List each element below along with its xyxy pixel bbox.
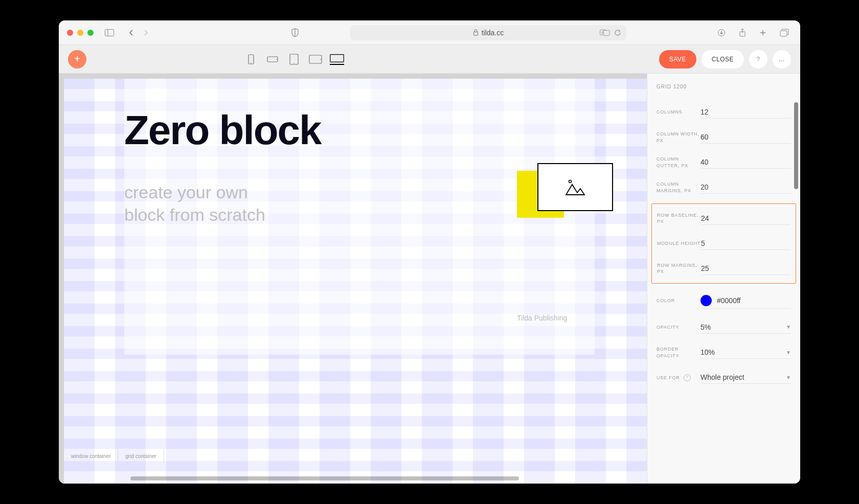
panel-title: GRID 1200 — [657, 84, 791, 89]
translate-icon[interactable]: A — [600, 29, 610, 36]
svg-text:A: A — [601, 31, 604, 34]
columns-label: Columns — [657, 109, 700, 116]
use-for-select[interactable]: Whole project ▼ — [700, 371, 791, 384]
chevron-down-icon: ▼ — [786, 350, 791, 355]
shield-icon — [291, 28, 299, 37]
chevron-down-icon: ▼ — [786, 375, 791, 380]
device-phone-landscape-button[interactable] — [265, 54, 280, 65]
back-button[interactable] — [125, 27, 138, 38]
highlighted-rows: Row Baseline, px 24 Module Height 5 Row … — [651, 203, 796, 284]
image-icon — [565, 178, 585, 196]
column-gutter-input[interactable]: 40 — [700, 156, 791, 169]
svg-rect-9 — [780, 31, 787, 36]
shield-button[interactable] — [288, 26, 302, 39]
columns-row: Columns 12 — [657, 100, 791, 125]
share-icon — [739, 28, 746, 37]
columns-input[interactable]: 12 — [700, 106, 791, 119]
svg-point-11 — [251, 62, 252, 63]
vertical-scrollbar[interactable] — [794, 102, 798, 189]
border-opacity-label: Border Opacity — [657, 346, 700, 359]
downloads-button[interactable] — [714, 26, 729, 39]
sidebar-icon — [105, 29, 114, 36]
reload-icon[interactable] — [614, 29, 621, 36]
svg-rect-18 — [330, 54, 344, 62]
traffic-lights — [67, 30, 94, 36]
more-button[interactable]: ... — [773, 50, 791, 68]
border-opacity-value: 10% — [700, 348, 715, 356]
row-margins-input[interactable]: 25 — [701, 262, 790, 275]
credit-text[interactable]: Tilda Publishing — [517, 314, 567, 322]
phone-icon — [248, 54, 254, 64]
tabs-button[interactable] — [777, 26, 792, 39]
use-for-label: Use for ? — [657, 374, 700, 381]
canvas-footer: window container grid container — [64, 449, 164, 463]
add-block-button[interactable]: + — [68, 50, 86, 68]
address-bar[interactable]: tilda.cc A — [350, 25, 626, 40]
help-icon[interactable]: ? — [684, 374, 691, 381]
sidebar-toggle-button[interactable] — [102, 27, 117, 38]
image-placeholder[interactable] — [537, 163, 613, 211]
color-input[interactable]: #0000ff — [700, 293, 791, 309]
forward-button[interactable] — [140, 27, 152, 38]
canvas-area[interactable]: Zero block create your own block from sc… — [59, 74, 647, 484]
row-baseline-row: Row Baseline, px 24 — [657, 206, 790, 231]
grid-container-tab[interactable]: grid container — [118, 449, 164, 463]
chevron-down-icon: ▼ — [786, 324, 791, 330]
chevron-left-icon — [128, 29, 134, 36]
horizontal-scrollbar[interactable] — [130, 476, 519, 480]
column-width-row: Column Width, px 60 — [657, 125, 791, 150]
save-button[interactable]: SAVE — [659, 50, 696, 68]
column-margins-input[interactable]: 20 — [700, 181, 791, 194]
row-baseline-input[interactable]: 24 — [701, 212, 790, 225]
lock-icon — [473, 29, 479, 36]
browser-window: tilda.cc A + SAVE CLOSE ? ... — [59, 20, 800, 484]
module-height-input[interactable]: 5 — [701, 237, 790, 250]
url-text: tilda.cc — [482, 29, 504, 37]
workspace: Zero block create your own block from sc… — [59, 74, 800, 484]
browser-titlebar: tilda.cc A — [59, 20, 800, 45]
border-opacity-row: Border Opacity 10% ▼ — [657, 340, 791, 365]
download-icon — [717, 29, 726, 37]
device-desktop-button[interactable] — [330, 54, 344, 65]
maximize-window-button[interactable] — [87, 30, 94, 36]
share-button[interactable] — [736, 26, 749, 39]
plus-icon: + — [74, 53, 80, 65]
column-width-input[interactable]: 60 — [700, 131, 791, 144]
device-tablet-button[interactable] — [287, 54, 301, 65]
minimize-window-button[interactable] — [77, 30, 83, 36]
device-phone-button[interactable] — [244, 54, 258, 65]
column-gutter-label: Column Gutter, px — [657, 156, 700, 169]
chevron-right-icon — [143, 29, 149, 36]
artboard[interactable]: Zero block create your own block from sc… — [124, 79, 595, 355]
svg-rect-5 — [603, 30, 609, 35]
opacity-select[interactable]: 5% ▼ — [700, 321, 791, 334]
new-tab-button[interactable] — [756, 26, 770, 39]
color-row: Color #0000ff — [657, 287, 791, 315]
device-switcher — [244, 54, 344, 65]
border-opacity-select[interactable]: 10% ▼ — [700, 346, 791, 359]
color-swatch — [700, 295, 712, 306]
plus-icon — [759, 29, 766, 36]
window-container-tab[interactable]: window container — [64, 449, 118, 463]
svg-point-17 — [320, 59, 321, 60]
color-label: Color — [657, 297, 700, 304]
svg-rect-0 — [105, 29, 114, 36]
opacity-value: 5% — [700, 323, 711, 331]
column-gutter-row: Column Gutter, px 40 — [657, 150, 791, 175]
column-margins-row: Column Margins, px 20 — [657, 175, 791, 200]
color-value: #0000ff — [717, 296, 740, 305]
subheading[interactable]: create your own block from scratch — [124, 181, 265, 226]
device-tablet-landscape-button[interactable] — [308, 54, 323, 65]
use-for-row: Use for ? Whole project ▼ — [657, 365, 791, 390]
app-toolbar: + SAVE CLOSE ? ... — [59, 45, 800, 74]
close-button[interactable]: CLOSE — [702, 50, 744, 68]
svg-rect-16 — [309, 55, 322, 63]
opacity-label: Opacity — [657, 324, 700, 331]
module-height-row: Module Height 5 — [657, 231, 790, 256]
row-baseline-label: Row Baseline, px — [657, 212, 701, 225]
help-button[interactable]: ? — [749, 50, 767, 68]
close-window-button[interactable] — [67, 30, 73, 36]
svg-rect-12 — [267, 57, 278, 62]
question-icon: ? — [756, 56, 760, 63]
heading[interactable]: Zero block — [124, 107, 321, 154]
